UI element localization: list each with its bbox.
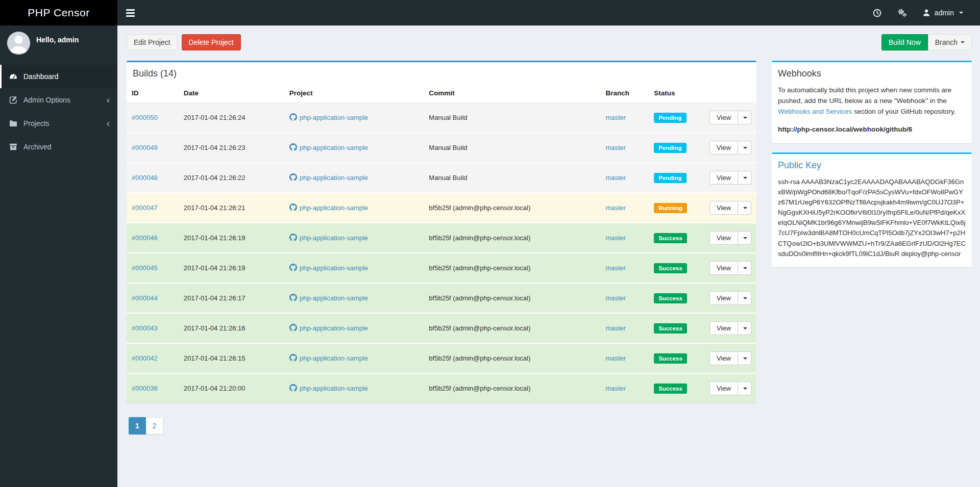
sidebar-item-dashboard[interactable]: Dashboard: [0, 65, 117, 88]
build-now-group: Build Now Branch: [881, 34, 972, 50]
build-id-link[interactable]: #000036: [132, 385, 158, 392]
view-dropdown-toggle[interactable]: [738, 291, 751, 305]
build-branch-link[interactable]: master: [605, 385, 626, 392]
public-key-title: Public Key: [772, 154, 972, 176]
build-queue-button[interactable]: [865, 0, 889, 25]
build-commit: Manual Build: [429, 144, 467, 151]
chevron-left-icon: ‹: [107, 119, 110, 128]
status-badge: Pending: [654, 113, 686, 123]
status-badge: Success: [654, 233, 687, 243]
pagination-page-2[interactable]: 2: [146, 417, 163, 434]
view-button[interactable]: View: [709, 111, 738, 124]
gauge-icon: [9, 72, 23, 81]
app-logo[interactable]: PHP Censor: [0, 0, 117, 25]
sidebar-toggle-button[interactable]: [117, 0, 143, 25]
build-commit[interactable]: bf5b25f (admin@php-censor.local): [429, 264, 530, 272]
status-badge: Pending: [654, 173, 686, 183]
delete-project-button[interactable]: Delete Project: [182, 34, 241, 50]
view-button[interactable]: View: [709, 171, 738, 185]
view-dropdown-toggle[interactable]: [738, 141, 751, 155]
view-dropdown-toggle[interactable]: [738, 231, 751, 245]
build-project-link[interactable]: php-application-sample: [289, 203, 368, 213]
view-button[interactable]: View: [709, 261, 738, 275]
view-button[interactable]: View: [709, 351, 738, 365]
caret-down-icon: [743, 297, 747, 299]
build-branch-link[interactable]: master: [605, 354, 626, 362]
view-button[interactable]: View: [709, 141, 738, 155]
build-commit[interactable]: bf5b25f (admin@php-censor.local): [429, 385, 530, 392]
build-project-link[interactable]: php-application-sample: [289, 294, 368, 303]
view-button-group: View: [709, 321, 751, 335]
view-dropdown-toggle[interactable]: [738, 201, 751, 215]
view-dropdown-toggle[interactable]: [738, 111, 751, 124]
build-commit[interactable]: bf5b25f (admin@php-censor.local): [429, 204, 530, 212]
build-id-link[interactable]: #000048: [132, 174, 158, 182]
build-project-link[interactable]: php-application-sample: [289, 324, 368, 333]
build-commit: Manual Build: [429, 174, 467, 182]
sidebar-item-archived[interactable]: Archived: [0, 135, 117, 159]
build-branch-link[interactable]: master: [605, 114, 626, 121]
build-branch-link[interactable]: master: [605, 174, 626, 182]
build-commit[interactable]: bf5b25f (admin@php-censor.local): [429, 294, 530, 302]
build-id-link[interactable]: #000050: [132, 114, 158, 121]
build-branch-link[interactable]: master: [605, 324, 626, 332]
status-badge: Success: [654, 353, 687, 364]
build-id-link[interactable]: #000043: [132, 324, 158, 332]
build-id-link[interactable]: #000042: [132, 354, 158, 362]
build-commit[interactable]: bf5b25f (admin@php-censor.local): [429, 354, 530, 362]
caret-down-icon: [961, 41, 965, 43]
branch-dropdown-button[interactable]: Branch: [928, 34, 972, 50]
build-project-link[interactable]: php-application-sample: [289, 234, 368, 243]
view-button-group: View: [709, 201, 751, 215]
view-dropdown-toggle[interactable]: [738, 171, 751, 185]
build-id-link[interactable]: #000047: [132, 204, 158, 212]
build-project-link[interactable]: php-application-sample: [289, 384, 368, 393]
build-branch-link[interactable]: master: [605, 144, 626, 151]
build-branch-link[interactable]: master: [605, 204, 626, 212]
user-menu[interactable]: admin: [915, 0, 971, 25]
build-branch-link[interactable]: master: [605, 264, 626, 272]
github-icon: [289, 203, 297, 213]
view-dropdown-toggle[interactable]: [738, 381, 751, 395]
github-icon: [289, 264, 297, 273]
sidebar-item-projects[interactable]: Projects‹: [0, 112, 117, 135]
public-key-box: Public Key ssh-rsa AAAAB3NzaC1yc2EAAAADA…: [772, 152, 972, 267]
build-id-link[interactable]: #000044: [132, 294, 158, 302]
sidebar-item-admin-options[interactable]: Admin Options‹: [0, 88, 117, 112]
settings-button[interactable]: [889, 0, 915, 25]
build-project-link[interactable]: php-application-sample: [289, 354, 368, 363]
github-icon: [289, 113, 297, 122]
build-commit[interactable]: bf5b25f (admin@php-censor.local): [429, 324, 530, 332]
build-project-link[interactable]: php-application-sample: [289, 173, 368, 183]
build-row: #000049 2017-01-04 21:26:23 php-applicat…: [127, 133, 756, 163]
build-id-link[interactable]: #000045: [132, 264, 158, 272]
build-now-button[interactable]: Build Now: [881, 34, 928, 50]
build-row: #000044 2017-01-04 21:26:17 php-applicat…: [127, 283, 756, 313]
sidebar-item-label: Dashboard: [23, 72, 59, 81]
webhooks-box: Webhooks To automatically build this pro…: [772, 61, 972, 143]
build-branch-link[interactable]: master: [605, 294, 626, 302]
col-id: ID: [127, 84, 179, 102]
github-icon: [289, 143, 297, 152]
view-button-group: View: [709, 111, 751, 124]
webhooks-services-link[interactable]: Webhooks and Services: [778, 108, 852, 115]
build-commit[interactable]: bf5b25f (admin@php-censor.local): [429, 234, 530, 242]
view-button[interactable]: View: [709, 321, 738, 335]
view-button[interactable]: View: [709, 231, 738, 245]
build-project-link[interactable]: php-application-sample: [289, 113, 368, 122]
build-id-link[interactable]: #000046: [132, 234, 158, 242]
build-project-link[interactable]: php-application-sample: [289, 264, 368, 273]
pagination-page-1[interactable]: 1: [129, 417, 146, 434]
archive-icon: [9, 143, 23, 151]
caret-down-icon: [743, 237, 747, 239]
edit-project-button[interactable]: Edit Project: [127, 34, 178, 50]
build-branch-link[interactable]: master: [605, 234, 626, 242]
build-id-link[interactable]: #000049: [132, 144, 158, 151]
view-dropdown-toggle[interactable]: [738, 261, 751, 275]
view-button[interactable]: View: [709, 201, 738, 215]
build-project-link[interactable]: php-application-sample: [289, 143, 368, 152]
view-button[interactable]: View: [709, 291, 738, 305]
view-dropdown-toggle[interactable]: [738, 351, 751, 365]
view-dropdown-toggle[interactable]: [738, 321, 751, 335]
view-button[interactable]: View: [709, 381, 738, 395]
